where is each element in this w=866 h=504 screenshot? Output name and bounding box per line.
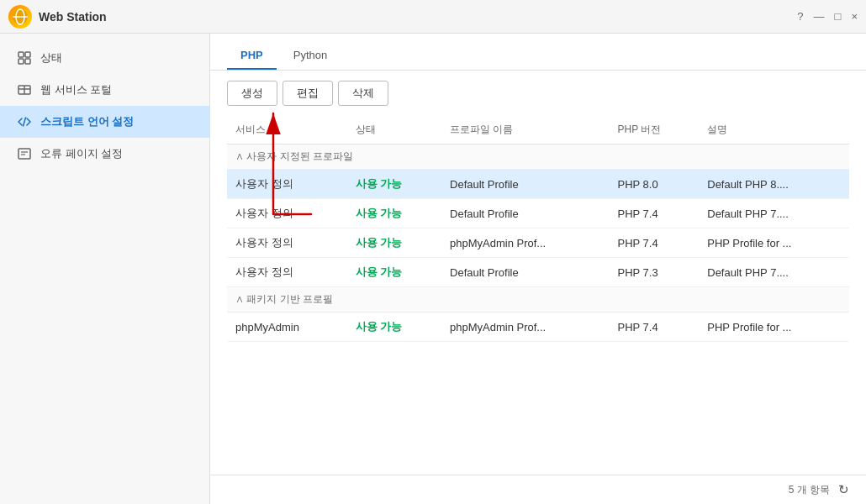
cell-php-version: PHP 7.4 [610,199,700,228]
titlebar: Web Station ? — □ × [0,0,866,34]
svg-rect-6 [25,59,30,64]
refresh-button[interactable]: ↻ [838,482,849,497]
col-profile-name: 프로파일 이름 [441,116,609,144]
cell-profile-name: phpMyAdmin Prof... [441,312,609,342]
table-row[interactable]: 사용자 정의 사용 가능 Default Profile PHP 8.0 Def… [227,170,849,199]
cell-profile-name: Default Profile [441,170,609,199]
item-count: 5 개 항목 [789,483,830,497]
sidebar: 상태 웹 서비스 포털 스크립트 언어 설정 [0,34,210,504]
sidebar-item-error-label: 오류 페이지 설정 [40,146,123,161]
content-wrapper: PHP Python 생성 편집 삭제 서비스 상태 프로파일 이름 [210,34,866,504]
create-button[interactable]: 생성 [227,81,277,106]
cell-description: Default PHP 8.... [699,170,849,199]
app-logo [8,5,32,29]
tab-python[interactable]: Python [280,42,341,70]
tab-php[interactable]: PHP [227,42,277,70]
maximize-button[interactable]: □ [835,11,842,22]
window-controls: ? — □ × [797,11,858,22]
svg-rect-4 [25,52,30,57]
table-row[interactable]: 사용자 정의 사용 가능 Default Profile PHP 7.3 Def… [227,258,849,287]
sidebar-item-status-label: 상태 [40,50,62,66]
grid-icon [17,50,32,66]
cell-description: PHP Profile for ... [699,312,849,342]
table-row[interactable]: 사용자 정의 사용 가능 Default Profile PHP 7.4 Def… [227,199,849,228]
svg-rect-5 [18,59,24,64]
cell-status: 사용 가능 [347,228,441,258]
cell-profile-name: Default Profile [441,199,609,228]
sidebar-item-error-page[interactable]: 오류 페이지 설정 [0,138,209,170]
cell-php-version: PHP 7.3 [610,258,700,287]
cell-description: PHP Profile for ... [699,228,849,258]
error-icon [17,146,32,161]
content-area: PHP Python 생성 편집 삭제 서비스 상태 프로파일 이름 [210,34,866,504]
app-title: Web Station [39,10,797,24]
cell-status: 사용 가능 [347,312,441,342]
cell-service: 사용자 정의 [227,199,347,228]
svg-rect-11 [18,149,30,159]
group-header-user: ∧ 사용자 지정된 프로파일 [227,144,849,170]
col-php-version: PHP 버전 [610,116,700,144]
sidebar-item-script-language[interactable]: 스크립트 언어 설정 [0,106,209,138]
delete-button[interactable]: 삭제 [338,81,388,106]
toolbar: 생성 편집 삭제 [210,71,866,116]
portal-icon [17,82,32,97]
svg-rect-3 [18,52,24,57]
sidebar-item-script-label: 스크립트 언어 설정 [40,114,134,129]
cell-service: 사용자 정의 [227,228,347,258]
cell-php-version: PHP 7.4 [610,228,700,258]
table-row[interactable]: 사용자 정의 사용 가능 phpMyAdmin Prof... PHP 7.4 … [227,228,849,258]
minimize-button[interactable]: — [814,11,825,22]
sidebar-item-portal-label: 웹 서비스 포털 [40,82,112,97]
group-header-package: ∧ 패키지 기반 프로필 [227,287,849,312]
cell-profile-name: Default Profile [441,258,609,287]
code-icon [17,114,32,129]
close-button[interactable]: × [851,11,858,22]
col-status: 상태 [347,116,441,144]
edit-button[interactable]: 편집 [283,81,333,106]
group-header-label: ∧ 패키지 기반 프로필 [227,287,849,312]
cell-service: 사용자 정의 [227,170,347,199]
cell-status: 사용 가능 [347,199,441,228]
cell-service: 사용자 정의 [227,258,347,287]
cell-description: Default PHP 7.... [699,199,849,228]
cell-php-version: PHP 7.4 [610,312,700,342]
table-row[interactable]: phpMyAdmin 사용 가능 phpMyAdmin Prof... PHP … [227,312,849,342]
cell-service: phpMyAdmin [227,312,347,342]
col-service: 서비스 [227,116,347,144]
footer: 5 개 항목 ↻ [210,475,866,504]
profiles-table: 서비스 상태 프로파일 이름 PHP 버전 설명 ∧ 사용자 지정된 프로파일 … [227,116,849,342]
table-wrapper: 서비스 상태 프로파일 이름 PHP 버전 설명 ∧ 사용자 지정된 프로파일 … [210,116,866,475]
cell-php-version: PHP 8.0 [610,170,700,199]
tab-bar: PHP Python [210,34,866,71]
sidebar-item-status[interactable]: 상태 [0,42,209,74]
main-container: 상태 웹 서비스 포털 스크립트 언어 설정 [0,34,866,504]
cell-status: 사용 가능 [347,170,441,199]
cell-status: 사용 가능 [347,258,441,287]
col-description: 설명 [699,116,849,144]
svg-line-10 [24,118,26,126]
cell-description: Default PHP 7.... [699,258,849,287]
group-header-label: ∧ 사용자 지정된 프로파일 [227,144,849,170]
help-button[interactable]: ? [797,11,803,22]
cell-profile-name: phpMyAdmin Prof... [441,228,609,258]
sidebar-item-web-service-portal[interactable]: 웹 서비스 포털 [0,74,209,106]
